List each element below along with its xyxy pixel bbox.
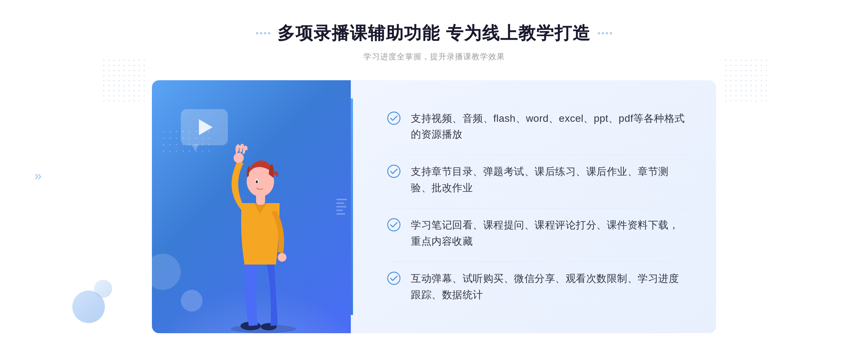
arrow-left-decoration: » <box>34 168 42 184</box>
person-illustration <box>216 131 318 333</box>
dots-decoration-left <box>101 58 145 101</box>
right-panel: 支持视频、音频、flash、word、excel、ppt、pdf等各种格式的资源… <box>351 80 716 333</box>
svg-point-5 <box>278 253 286 262</box>
svg-point-4 <box>234 153 244 163</box>
feature-item-3: 学习笔记回看、课程提问、课程评论打分、课件资料下载，重点内容收藏 <box>387 208 687 258</box>
feature-text-3: 学习笔记回看、课程提问、课程评论打分、课件资料下载，重点内容收藏 <box>411 217 687 250</box>
svg-point-13 <box>388 272 400 284</box>
svg-point-11 <box>388 165 400 177</box>
right-decorator <box>598 32 612 34</box>
subtitle: 学习进度全掌握，提升录播课教学效果 <box>256 51 612 62</box>
svg-point-10 <box>388 112 400 124</box>
feature-item-1: 支持视频、音频、flash、word、excel、ppt、pdf等各种格式的资源… <box>387 102 687 152</box>
bottom-circle-decoration-2 <box>94 280 112 298</box>
feature-text-1: 支持视频、音频、flash、word、excel、ppt、pdf等各种格式的资源… <box>411 111 687 143</box>
left-decorator <box>256 32 270 34</box>
feature-item-2: 支持章节目录、弹题考试、课后练习、课后作业、章节测验、批改作业 <box>387 155 687 205</box>
feature-item-4: 互动弹幕、试听购买、微信分享、观看次数限制、学习进度跟踪、数据统计 <box>387 262 687 312</box>
svg-point-9 <box>256 180 258 183</box>
main-title: 多项录播课辅助功能 专为线上教学打造 <box>277 22 590 45</box>
check-icon-2 <box>387 164 401 178</box>
blue-vertical-bar <box>351 98 353 315</box>
feature-text-2: 支持章节目录、弹题考试、课后练习、课后作业、章节测验、批改作业 <box>411 164 687 196</box>
feature-text-4: 互动弹幕、试听购买、微信分享、观看次数限制、学习进度跟踪、数据统计 <box>411 271 687 303</box>
check-icon-4 <box>387 271 401 285</box>
header-section: 多项录播课辅助功能 专为线上教学打造 学习进度全掌握，提升录播课教学效果 <box>256 22 612 62</box>
page-container: » 多项录播课辅助功能 专为线上教学打造 学习进度全掌握，提升录播课教学效果 <box>0 0 868 352</box>
check-icon-1 <box>387 111 401 125</box>
title-row: 多项录播课辅助功能 专为线上教学打造 <box>256 22 612 45</box>
svg-point-12 <box>388 219 400 231</box>
dots-decoration-right <box>723 58 767 101</box>
check-icon-3 <box>387 218 401 232</box>
content-area: 支持视频、音频、flash、word、excel、ppt、pdf等各种格式的资源… <box>152 80 716 333</box>
illustration-card <box>152 80 362 333</box>
